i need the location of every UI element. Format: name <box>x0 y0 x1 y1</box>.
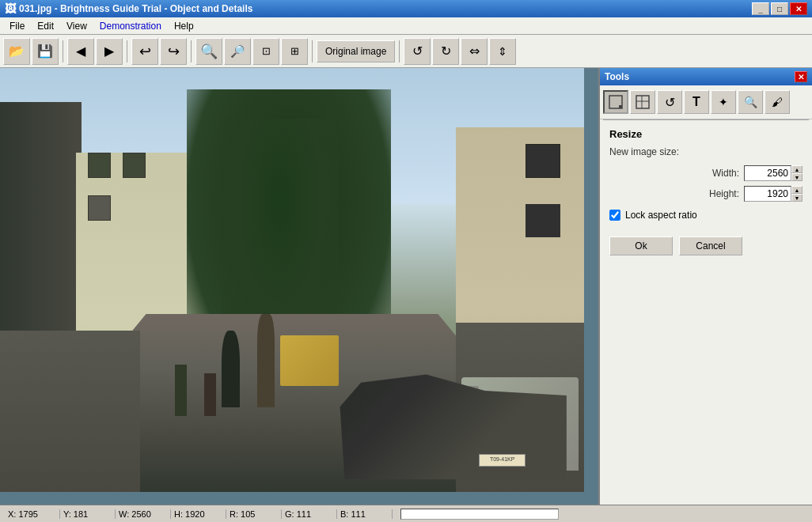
height-input-wrap: ▲ ▼ <box>744 186 803 202</box>
status-y: Y: 181 <box>60 509 116 519</box>
dialog-button-row: Ok Cancel <box>609 233 803 255</box>
width-spinner: ▲ ▼ <box>791 165 803 181</box>
image-canvas[interactable]: T09-41KP <box>0 68 598 505</box>
width-spin-up[interactable]: ▲ <box>791 165 803 173</box>
status-b: B: 111 <box>337 509 393 519</box>
resize-title: Resize <box>609 128 803 140</box>
undo-button[interactable]: ↩ <box>131 38 158 65</box>
toolbar-sep-4 <box>312 40 313 62</box>
license-plate: T09-41KP <box>479 454 526 467</box>
redo-button[interactable]: ↪ <box>160 38 187 65</box>
menu-help[interactable]: Help <box>168 19 200 33</box>
zoom-tool-button[interactable]: 🔍 <box>738 90 763 114</box>
rotate-cw-button[interactable]: ↻ <box>432 38 459 65</box>
close-button[interactable]: ✕ <box>790 2 807 15</box>
grid-tool-button[interactable] <box>630 90 655 114</box>
maximize-button[interactable]: □ <box>771 2 788 15</box>
person-2 <box>257 314 275 407</box>
original-image-button[interactable]: Original image <box>317 40 395 62</box>
svg-rect-1 <box>619 105 622 108</box>
tools-panel-title: Tools <box>605 71 629 82</box>
back-button[interactable]: ◀ <box>67 38 94 65</box>
height-row: Height: ▲ ▼ <box>609 186 803 202</box>
flip-h-button[interactable]: ⇔ <box>461 38 488 65</box>
svg-rect-2 <box>636 96 649 108</box>
status-h: H: 1920 <box>171 509 226 519</box>
menu-view[interactable]: View <box>60 19 93 33</box>
fit-button[interactable]: ⊡ <box>252 38 279 65</box>
text-tool-button[interactable]: T <box>684 90 709 114</box>
open-button[interactable]: 📂 <box>3 38 30 65</box>
street-scene: T09-41KP <box>0 68 584 492</box>
width-input[interactable] <box>744 165 791 181</box>
height-input[interactable] <box>744 186 791 202</box>
minimize-button[interactable]: _ <box>752 2 769 15</box>
main-toolbar: 📂 💾 ◀ ▶ ↩ ↪ 🔍 🔎 ⊡ ⊞ Original image ↺ ↻ ⇔… <box>0 35 812 68</box>
status-g: G: 111 <box>282 509 337 519</box>
person-1 <box>222 331 239 407</box>
rotate-tool-button[interactable]: ↺ <box>657 90 682 114</box>
app-icon: 🖼 <box>5 2 16 15</box>
yellow-car <box>280 335 339 386</box>
height-label: Height: <box>709 188 739 199</box>
save-button[interactable]: 💾 <box>32 38 59 65</box>
menu-edit[interactable]: Edit <box>31 19 60 33</box>
resize-tool-button[interactable] <box>603 90 628 114</box>
lock-aspect-checkbox[interactable] <box>609 210 620 221</box>
actual-size-button[interactable]: ⊞ <box>281 38 308 65</box>
window-controls: _ □ ✕ <box>752 2 807 15</box>
width-row: Width: ▲ ▼ <box>609 165 803 181</box>
forward-button[interactable]: ▶ <box>96 38 123 65</box>
sidewalk-left <box>0 331 140 492</box>
rotate-ccw-button[interactable]: ↺ <box>404 38 431 65</box>
tools-title-bar: Tools ✕ <box>600 68 812 85</box>
ok-button[interactable]: Ok <box>609 236 673 255</box>
toolbar-sep-3 <box>191 40 192 62</box>
paint-tool-button[interactable]: 🖌 <box>765 90 790 114</box>
width-spin-down[interactable]: ▼ <box>791 173 803 181</box>
height-spin-up[interactable]: ▲ <box>791 186 803 194</box>
zoom-in-button[interactable]: 🔍 <box>195 38 222 65</box>
main-area: T09-41KP Tools ✕ ↺ <box>0 68 812 505</box>
menu-demonstration[interactable]: Demonstration <box>93 19 168 33</box>
resize-section: Resize New image size: Width: ▲ ▼ Height… <box>600 120 812 263</box>
status-progress <box>400 509 807 520</box>
status-x: X: 1795 <box>5 509 60 519</box>
height-spinner: ▲ ▼ <box>791 186 803 202</box>
toolbar-sep-1 <box>63 40 63 62</box>
aspect-ratio-row: Lock aspect ratio <box>609 210 803 221</box>
menu-bar: File Edit View Demonstration Help <box>0 17 812 35</box>
title-bar: 🖼 031.jpg - Brightness Guide Trial - Obj… <box>0 0 812 17</box>
zoom-out-button[interactable]: 🔎 <box>224 38 251 65</box>
resize-subtitle: New image size: <box>609 146 803 157</box>
height-spin-down[interactable]: ▼ <box>791 194 803 202</box>
tools-toolbar: ↺ T ✦ 🔍 🖌 <box>600 85 812 119</box>
toolbar-sep-5 <box>399 40 400 62</box>
toolbar-sep-2 <box>127 40 127 62</box>
flip-v-button[interactable]: ⇕ <box>489 38 516 65</box>
status-r: R: 105 <box>226 509 282 519</box>
progress-track <box>400 509 559 520</box>
tools-close-button[interactable]: ✕ <box>795 71 807 82</box>
menu-file[interactable]: File <box>3 19 31 33</box>
window-title: 031.jpg - Brightness Guide Trial - Objec… <box>19 3 252 14</box>
width-label: Width: <box>712 168 739 179</box>
lock-aspect-label: Lock aspect ratio <box>625 210 697 221</box>
status-w: W: 2560 <box>116 509 171 519</box>
effects-tool-button[interactable]: ✦ <box>711 90 736 114</box>
width-input-wrap: ▲ ▼ <box>744 165 803 181</box>
status-bar: X: 1795 Y: 181 W: 2560 H: 1920 R: 105 G:… <box>0 505 812 522</box>
tools-panel: Tools ✕ ↺ T ✦ 🔍 🖌 <box>598 68 812 505</box>
cancel-button[interactable]: Cancel <box>679 236 742 255</box>
